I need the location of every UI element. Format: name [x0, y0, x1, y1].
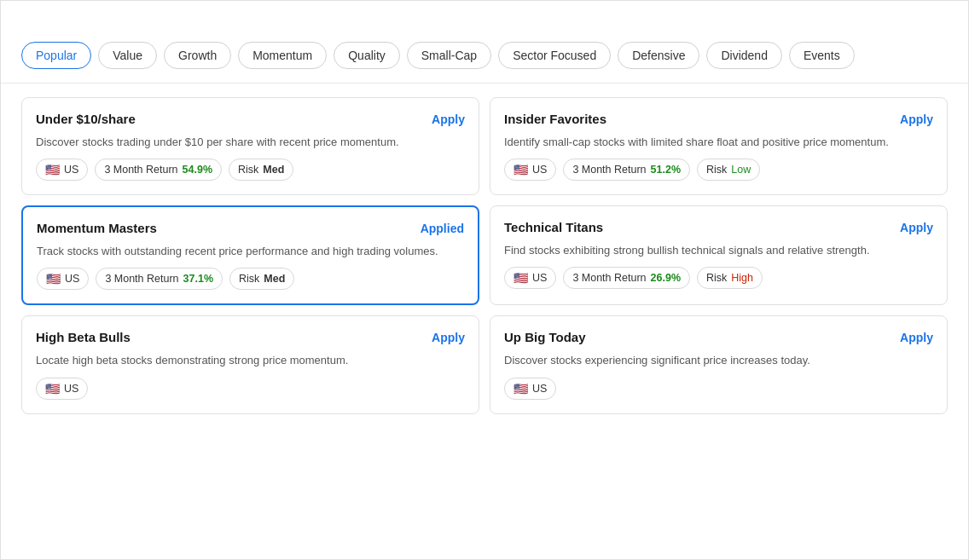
card-header: Insider Favorites Apply [504, 112, 933, 126]
return-value: 51.2% [651, 164, 681, 176]
screener-card-insider-favorites: Insider Favorites Apply Identify small-c… [490, 97, 948, 195]
return-label: 3 Month Return [105, 273, 178, 285]
risk-tag: Risk Med [229, 268, 294, 290]
return-tag: 3 Month Return 26.9% [563, 267, 690, 289]
risk-value: High [731, 272, 753, 284]
risk-value: Med [263, 164, 284, 176]
region-tag: 🇺🇸 US [504, 159, 556, 181]
risk-label: Risk [239, 273, 259, 285]
card-header: Up Big Today Apply [504, 330, 933, 344]
return-label: 3 Month Return [572, 164, 646, 176]
cards-grid: Under $10/share Apply Discover stocks tr… [1, 84, 968, 559]
card-title: Insider Favorites [504, 112, 606, 126]
tab-dividend[interactable]: Dividend [706, 42, 781, 69]
card-title: Under $10/share [36, 112, 136, 126]
region-tag: 🇺🇸 US [504, 378, 556, 400]
tab-popular[interactable]: Popular [21, 42, 91, 69]
risk-value: Med [264, 273, 285, 285]
close-button[interactable] [941, 21, 948, 28]
tab-defensive[interactable]: Defensive [618, 42, 699, 69]
card-tags: 🇺🇸 US 3 Month Return 51.2% Risk Low [504, 159, 933, 181]
modal-header [1, 21, 968, 42]
card-description: Discover stocks experiencing significant… [504, 353, 933, 368]
card-tags: 🇺🇸 US [36, 378, 465, 400]
region-tag: 🇺🇸 US [36, 378, 88, 400]
tab-sector-focused[interactable]: Sector Focused [498, 42, 611, 69]
flag-icon: 🇺🇸 [46, 272, 61, 286]
screener-card-up-big-today: Up Big Today Apply Discover stocks exper… [490, 315, 948, 413]
risk-label: Risk [238, 164, 258, 176]
tab-growth[interactable]: Growth [164, 42, 231, 69]
tab-small-cap[interactable]: Small-Cap [407, 42, 491, 69]
return-value: 26.9% [651, 272, 681, 284]
card-header: Under $10/share Apply [36, 112, 465, 126]
risk-tag: Risk Med [229, 159, 293, 181]
card-description: Locate high beta stocks demonstrating st… [36, 353, 465, 368]
card-tags: 🇺🇸 US 3 Month Return 54.9% Risk Med [36, 159, 465, 181]
risk-tag: Risk Low [697, 159, 760, 181]
region-label: US [65, 273, 79, 285]
tab-value[interactable]: Value [98, 42, 157, 69]
card-description: Identify small-cap stocks with limited s… [504, 135, 933, 150]
card-header: Technical Titans Apply [504, 220, 933, 234]
return-value: 54.9% [183, 164, 212, 176]
tab-events[interactable]: Events [789, 42, 855, 69]
return-label: 3 Month Return [572, 272, 646, 284]
apply-button-momentum-masters[interactable]: Applied [421, 222, 464, 235]
card-title: Up Big Today [504, 330, 586, 344]
filter-tabs: PopularValueGrowthMomentumQualitySmall-C… [1, 42, 968, 83]
screener-card-high-beta-bulls: High Beta Bulls Apply Locate high beta s… [21, 315, 479, 413]
region-tag: 🇺🇸 US [504, 267, 556, 289]
screener-card-under-10: Under $10/share Apply Discover stocks tr… [21, 97, 479, 195]
flag-icon: 🇺🇸 [45, 382, 60, 395]
card-description: Find stocks exhibiting strong bullish te… [504, 243, 933, 258]
apply-button-under-10[interactable]: Apply [432, 113, 465, 126]
card-header: Momentum Masters Applied [37, 221, 464, 235]
card-tags: 🇺🇸 US 3 Month Return 37.1% Risk Med [37, 268, 464, 290]
apply-button-up-big-today[interactable]: Apply [900, 331, 933, 344]
region-label: US [532, 272, 547, 284]
return-tag: 3 Month Return 51.2% [563, 159, 690, 181]
return-value: 37.1% [183, 273, 213, 285]
apply-button-technical-titans[interactable]: Apply [900, 221, 933, 234]
apply-button-high-beta-bulls[interactable]: Apply [432, 331, 465, 344]
flag-icon: 🇺🇸 [514, 382, 528, 395]
return-tag: 3 Month Return 37.1% [96, 268, 223, 290]
card-tags: 🇺🇸 US 3 Month Return 26.9% Risk High [504, 267, 933, 289]
region-tag: 🇺🇸 US [37, 268, 89, 290]
risk-value: Low [731, 164, 751, 176]
card-tags: 🇺🇸 US [504, 378, 933, 400]
region-label: US [532, 164, 547, 176]
flag-icon: 🇺🇸 [514, 163, 528, 176]
screener-card-technical-titans: Technical Titans Apply Find stocks exhib… [490, 205, 948, 305]
card-title: Technical Titans [504, 220, 603, 234]
card-description: Discover stocks trading under $10 per sh… [36, 135, 465, 150]
apply-button-insider-favorites[interactable]: Apply [900, 113, 933, 126]
tab-momentum[interactable]: Momentum [238, 42, 327, 69]
region-label: US [64, 164, 78, 176]
flag-icon: 🇺🇸 [45, 163, 60, 176]
return-label: 3 Month Return [104, 164, 177, 176]
risk-tag: Risk High [697, 267, 763, 289]
card-title: Momentum Masters [37, 221, 157, 235]
region-tag: 🇺🇸 US [36, 159, 88, 181]
card-title: High Beta Bulls [36, 330, 131, 344]
screener-card-momentum-masters: Momentum Masters Applied Track stocks wi… [21, 205, 479, 305]
card-description: Track stocks with outstanding recent pri… [37, 244, 464, 259]
risk-label: Risk [706, 164, 727, 176]
risk-label: Risk [706, 272, 727, 284]
region-label: US [64, 383, 78, 395]
screeners-modal: PopularValueGrowthMomentumQualitySmall-C… [0, 0, 969, 560]
region-label: US [532, 383, 547, 395]
tab-quality[interactable]: Quality [334, 42, 400, 69]
return-tag: 3 Month Return 54.9% [95, 159, 222, 181]
card-header: High Beta Bulls Apply [36, 330, 465, 344]
flag-icon: 🇺🇸 [514, 271, 528, 285]
